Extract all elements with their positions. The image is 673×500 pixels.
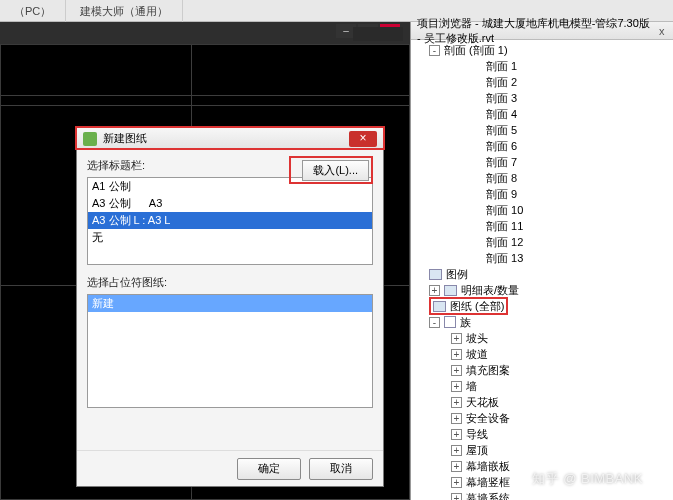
expand-icon[interactable]: + [451, 477, 462, 488]
families-icon [444, 316, 456, 328]
expand-icon[interactable]: + [451, 429, 462, 440]
tree-node-section[interactable]: .剖面 13 [411, 250, 673, 266]
spacer: . [471, 221, 482, 232]
tree-label: 剖面 13 [486, 251, 523, 266]
tree-label: 屋顶 [466, 443, 488, 458]
spacer: . [471, 189, 482, 200]
tree-node-family[interactable]: +幕墙嵌板 [411, 458, 673, 474]
tree-label: 墙 [466, 379, 477, 394]
expand-icon[interactable]: + [451, 349, 462, 360]
spacer: . [471, 237, 482, 248]
project-browser-close-button[interactable]: x [656, 25, 667, 37]
project-browser-title[interactable]: 项目浏览器 - 城建大厦地库机电模型-管综7.30版 - 吴工修改版.rvt x [411, 22, 673, 40]
tree-node-schedules[interactable]: + 明细表/数量 [411, 282, 673, 298]
spacer: . [471, 157, 482, 168]
tree-node-section[interactable]: .剖面 4 [411, 106, 673, 122]
spacer: . [471, 205, 482, 216]
drawing-viewport[interactable]: – □ x 新建图纸 × 选择标题栏: 载入(L)... A1 公制 [0, 22, 410, 500]
tree-node-sheets[interactable]: 图纸 (全部) [411, 298, 673, 314]
list-item[interactable]: A3 公制 A3 [88, 195, 372, 212]
tree-node-section[interactable]: .剖面 1 [411, 58, 673, 74]
tree-node-family[interactable]: +坡头 [411, 330, 673, 346]
tree-node-section[interactable]: .剖面 11 [411, 218, 673, 234]
tree-label: 族 [460, 315, 471, 330]
tree-label: 坡道 [466, 347, 488, 362]
spacer: . [471, 125, 482, 136]
tree-label: 导线 [466, 427, 488, 442]
folder-icon [444, 285, 457, 296]
tree-node-section[interactable]: .剖面 6 [411, 138, 673, 154]
tree-label: 幕墙竖框 [466, 475, 510, 490]
tree-node-section[interactable]: .剖面 2 [411, 74, 673, 90]
project-browser-tree[interactable]: - 剖面 (剖面 1) .剖面 1.剖面 2.剖面 3.剖面 4.剖面 5.剖面… [411, 40, 673, 500]
tree-node-family[interactable]: +墙 [411, 378, 673, 394]
expand-icon[interactable]: + [451, 381, 462, 392]
tab-pc[interactable]: （PC） [0, 0, 66, 22]
project-browser-panel: 项目浏览器 - 城建大厦地库机电模型-管综7.30版 - 吴工修改版.rvt x… [410, 22, 673, 500]
tree-node-sections-root[interactable]: - 剖面 (剖面 1) [411, 42, 673, 58]
tree-label: 剖面 1 [486, 59, 517, 74]
tree-node-section[interactable]: .剖面 12 [411, 234, 673, 250]
tree-node-section[interactable]: .剖面 10 [411, 202, 673, 218]
tree-node-family[interactable]: +天花板 [411, 394, 673, 410]
tree-label: 剖面 9 [486, 187, 517, 202]
dialog-close-button[interactable]: × [349, 131, 377, 147]
sheets-icon [433, 301, 446, 312]
list-item-selected[interactable]: 新建 [88, 295, 372, 312]
tree-label: 填充图案 [466, 363, 510, 378]
expand-icon[interactable]: + [451, 333, 462, 344]
tree-node-section[interactable]: .剖面 3 [411, 90, 673, 106]
spacer: . [471, 253, 482, 264]
tree-node-section[interactable]: .剖面 9 [411, 186, 673, 202]
label-select-placeholder: 选择占位符图纸: [87, 275, 373, 290]
tree-label: 剖面 4 [486, 107, 517, 122]
tree-label: 幕墙嵌板 [466, 459, 510, 474]
tree-label: 剖面 (剖面 1) [444, 43, 508, 58]
expand-icon[interactable]: + [451, 365, 462, 376]
expand-icon[interactable]: + [451, 413, 462, 424]
tree-node-family[interactable]: +幕墙竖框 [411, 474, 673, 490]
tree-label: 剖面 8 [486, 171, 517, 186]
list-item-selected[interactable]: A3 公制 L : A3 L [88, 212, 372, 229]
collapse-icon[interactable]: - [429, 317, 440, 328]
ok-button[interactable]: 确定 [237, 458, 301, 480]
tree-label: 剖面 10 [486, 203, 523, 218]
expand-icon[interactable]: + [429, 285, 440, 296]
tree-node-section[interactable]: .剖面 8 [411, 170, 673, 186]
tree-node-family[interactable]: +导线 [411, 426, 673, 442]
tree-node-section[interactable]: .剖面 7 [411, 154, 673, 170]
spacer: . [471, 173, 482, 184]
tree-label: 剖面 3 [486, 91, 517, 106]
cancel-button[interactable]: 取消 [309, 458, 373, 480]
expand-icon[interactable]: + [451, 493, 462, 501]
tree-label: 幕墙系统 [466, 491, 510, 501]
dialog-app-icon [83, 132, 97, 146]
expand-icon[interactable]: + [451, 461, 462, 472]
tree-label: 明细表/数量 [461, 283, 519, 298]
spacer: . [471, 77, 482, 88]
tree-node-family[interactable]: +填充图案 [411, 362, 673, 378]
spacer: . [471, 93, 482, 104]
title-block-listbox[interactable]: A1 公制 A3 公制 A3 A3 公制 L : A3 L 无 [87, 177, 373, 265]
load-button[interactable]: 载入(L)... [302, 160, 369, 181]
collapse-icon[interactable]: - [429, 45, 440, 56]
tree-node-legends[interactable]: 图例 [411, 266, 673, 282]
placeholder-listbox[interactable]: 新建 [87, 294, 373, 408]
tree-node-family[interactable]: +坡道 [411, 346, 673, 362]
tree-node-family[interactable]: +屋顶 [411, 442, 673, 458]
list-item[interactable]: 无 [88, 229, 372, 246]
tab-master[interactable]: 建模大师（通用） [66, 0, 183, 22]
expand-icon[interactable]: + [451, 445, 462, 456]
dialog-footer: 确定 取消 [77, 450, 383, 486]
tree-node-family[interactable]: +安全设备 [411, 410, 673, 426]
tree-label: 剖面 12 [486, 235, 523, 250]
tree-node-family[interactable]: +幕墙系统 [411, 490, 673, 500]
tree-label: 图纸 (全部) [450, 299, 504, 314]
expand-icon[interactable]: + [451, 397, 462, 408]
spacer: . [471, 109, 482, 120]
tree-label: 剖面 11 [486, 219, 523, 234]
tree-node-families-root[interactable]: - 族 [411, 314, 673, 330]
dialog-titlebar[interactable]: 新建图纸 × [77, 128, 383, 150]
tree-label: 图例 [446, 267, 468, 282]
tree-node-section[interactable]: .剖面 5 [411, 122, 673, 138]
